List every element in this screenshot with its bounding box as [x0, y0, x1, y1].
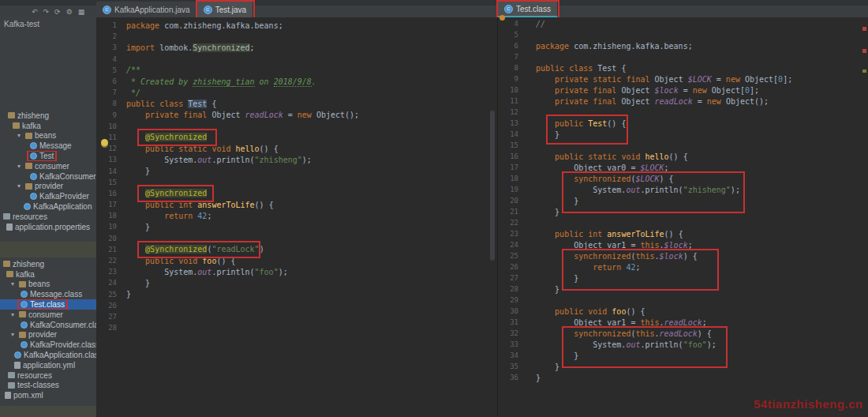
line-number: 20	[498, 197, 518, 205]
project-panel[interactable]: Kafka-test zhishengkafka▾beansMessageTes…	[0, 17, 97, 417]
code-text: public class Test {	[126, 100, 216, 108]
tree-item-kafka[interactable]: kafka	[0, 269, 96, 280]
tree-item-message-class[interactable]: Message.class	[0, 289, 96, 299]
intention-bulb-icon[interactable]	[101, 139, 108, 146]
editor-test-java[interactable]: 1package com.zhisheng.kafka.beans;23impo…	[96, 17, 497, 417]
code-line: 21 }	[498, 206, 868, 217]
tree-item-kafka[interactable]: kafka	[0, 121, 96, 131]
code-text: }	[536, 208, 559, 216]
folder-icon	[3, 213, 10, 220]
tree-item-provider[interactable]: ▾provider	[0, 330, 96, 340]
expand-arrow-icon[interactable]: ▾	[17, 132, 23, 139]
settings-icon[interactable]: ⚙	[66, 7, 73, 17]
code-line: 8public class Test {	[498, 62, 868, 73]
tree-item-zhisheng[interactable]: zhisheng	[0, 259, 96, 269]
tree-item-kafkaapplication-class[interactable]: KafkaApplication.class	[0, 350, 96, 360]
expand-arrow-icon[interactable]: ▾	[17, 182, 23, 190]
code-text: }	[536, 274, 578, 283]
code-line: 27	[96, 311, 497, 322]
tree-item-provider[interactable]: ▾provider	[0, 182, 96, 192]
line-number: 34	[498, 351, 518, 359]
line-number: 25	[498, 252, 518, 260]
tree-item-content: ▾consumer	[16, 162, 71, 171]
code-line: 6 * Created by zhisheng_tian on 2018/9/8…	[96, 76, 497, 87]
tree-item-pom-xml[interactable]: pom.xml	[0, 390, 96, 400]
project-tree-classes[interactable]: zhishengkafka▾beansMessage.classTest.cla…	[0, 259, 96, 400]
tree-item-label: pom.xml	[13, 391, 43, 400]
project-tree-sources[interactable]: zhishengkafka▾beansMessageTest▾consumerK…	[0, 111, 96, 232]
code-line: 6package com.zhisheng.kafka.beans;	[498, 40, 868, 51]
tab-test-class[interactable]: CTest.class	[498, 2, 558, 18]
tree-item-message[interactable]: Message	[0, 141, 96, 151]
panel-separator-band	[0, 242, 96, 257]
tree-item-resources[interactable]: resources	[0, 370, 96, 381]
code-line: 29	[498, 295, 868, 306]
code-line: 27 }	[498, 272, 868, 284]
editor-scrollbar[interactable]	[490, 111, 495, 261]
tree-item-content: KafkaProvider	[28, 192, 91, 201]
code-text: //	[536, 20, 545, 28]
tree-item-test-classes[interactable]: test-classes	[0, 381, 96, 391]
code-text: public int answerToLife() {	[126, 201, 274, 209]
tab-kafkaapplication-java[interactable]: CKafkaApplication.java	[96, 2, 197, 17]
tree-item-beans[interactable]: ▾beans	[0, 280, 96, 290]
tree-item-resources[interactable]: resources	[0, 212, 96, 222]
code-text: }	[536, 285, 559, 294]
code-line: 15	[498, 140, 868, 151]
editor-tabbar-left: CKafkaApplication.javaCTest.java	[96, 2, 253, 17]
tree-item-consumer[interactable]: ▾consumer	[0, 161, 96, 171]
tree-item-test[interactable]: Test	[0, 151, 96, 161]
line-number: 18	[96, 212, 117, 220]
code-line: 18 return 42;	[96, 210, 497, 221]
line-number: 12	[498, 108, 518, 116]
tree-item-label: KafkaConsumer.class	[30, 321, 96, 329]
expand-arrow-icon[interactable]: ▾	[11, 280, 17, 287]
tree-item-beans[interactable]: ▾beans	[0, 131, 96, 141]
tree-item-kafkaapplication[interactable]: KafkaApplication	[0, 201, 96, 212]
line-number: 9	[96, 111, 117, 119]
line-number: 4	[498, 20, 518, 28]
tree-item-test-class[interactable]: Test.class	[0, 299, 96, 310]
tree-item-content: test-classes	[6, 381, 61, 389]
code-text: private static final Object $LOCK = new …	[536, 75, 792, 84]
file-icon	[6, 224, 13, 231]
refresh-icon[interactable]: ⟳	[54, 7, 61, 17]
editor-test-class[interactable]: 4//56package com.zhisheng.kafka.beans;78…	[497, 17, 868, 417]
tree-item-content: Test.class	[19, 300, 66, 309]
code-line: 17 Object var0 = $LOCK;	[498, 162, 868, 173]
line-number: 5	[498, 31, 518, 39]
back-icon[interactable]: ↶	[32, 7, 38, 17]
tree-item-label: test-classes	[17, 381, 59, 389]
tree-item-kafkaprovider-class[interactable]: KafkaProvider.class	[0, 340, 96, 350]
error-stripe-mark	[862, 27, 866, 31]
tree-item-application-properties[interactable]: application.properties	[0, 222, 96, 232]
forward-icon[interactable]: ↷	[43, 7, 50, 17]
tree-item-kafkaconsumer[interactable]: KafkaConsumer	[0, 171, 96, 182]
code-line: 24 Object var1 = this.$lock;	[498, 239, 868, 250]
code-text: public int answerToLife() {	[536, 230, 683, 239]
code-line: 10 private final Object $lock = new Obje…	[498, 85, 868, 96]
grid-icon[interactable]: ▦	[78, 7, 85, 17]
class-icon	[30, 193, 37, 200]
expand-arrow-icon[interactable]: ▾	[11, 331, 17, 338]
tree-item-kafkaconsumer-class[interactable]: KafkaConsumer.class	[0, 320, 96, 330]
tree-item-kafkaprovider[interactable]: KafkaProvider	[0, 191, 96, 201]
tree-item-label: Message.class	[30, 290, 82, 299]
tree-item-application-yml[interactable]: application.yml	[0, 360, 96, 370]
code-text: Object var1 = this.readLock;	[536, 318, 707, 327]
expand-arrow-icon[interactable]: ▾	[17, 163, 23, 170]
expand-arrow-icon[interactable]: ▾	[11, 311, 17, 318]
line-number: 31	[498, 318, 518, 326]
tree-item-content: KafkaApplication.class	[13, 351, 96, 359]
tree-item-consumer[interactable]: ▾consumer	[0, 310, 96, 320]
code-line: 17 public int answerToLife() {	[96, 199, 497, 210]
line-number: 10	[96, 122, 117, 130]
tree-item-label: Test	[39, 152, 54, 160]
class-icon	[30, 142, 37, 149]
tree-item-zhisheng[interactable]: zhisheng	[0, 111, 96, 121]
line-number: 32	[498, 329, 518, 337]
folder-icon	[8, 382, 15, 389]
code-text: @Synchronized	[126, 133, 207, 141]
code-text: Object var1 = this.$lock;	[536, 241, 693, 250]
line-number: 13	[498, 119, 518, 127]
